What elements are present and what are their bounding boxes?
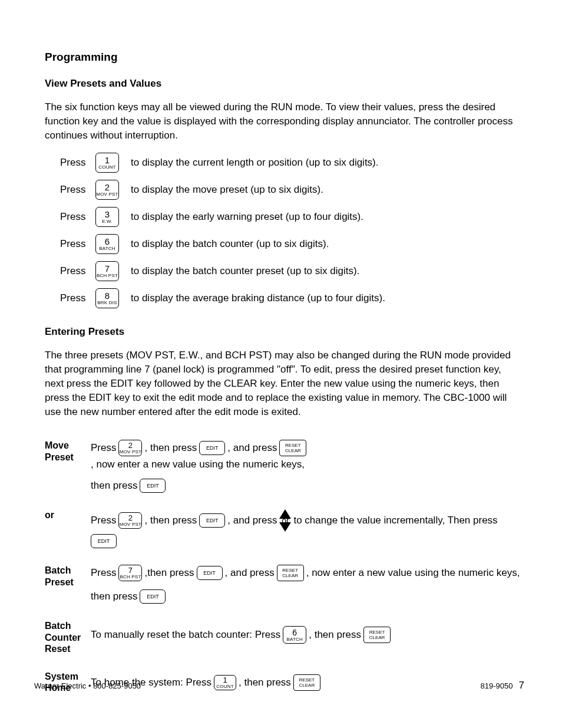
- batch-preset-row: Batch Preset Press 7BCH PST ,then press …: [45, 565, 521, 604]
- list-item: Press 2MOV PST to display the move prese…: [45, 180, 521, 200]
- or-label: or: [45, 509, 91, 548]
- key-6-batch: 6BATCH: [95, 234, 119, 254]
- list-item: Press 6BATCH to display the batch counte…: [45, 234, 521, 254]
- text: To manually reset the batch counter: Pre…: [91, 629, 280, 641]
- key-2-movpst: 2MOV PST: [95, 180, 119, 200]
- key-7-bchpst: 7BCH PST: [118, 565, 142, 581]
- text: , and press: [225, 567, 275, 579]
- footer-company: Warner Electric • 800-825-9050: [34, 681, 141, 690]
- footer-docnum: 819-9050: [481, 681, 513, 690]
- key-reset-clear: RESETCLEAR: [279, 440, 306, 456]
- text: , now enter a new value using the numeri…: [91, 459, 305, 470]
- key-edit: EDIT: [199, 441, 225, 455]
- key-reset-clear: RESETCLEAR: [363, 627, 391, 643]
- down-arrow-icon: [279, 522, 291, 532]
- press-label: Press: [60, 292, 95, 304]
- text: , then press: [144, 442, 197, 454]
- text: , and press: [227, 442, 277, 454]
- programming-heading: Programming: [45, 51, 521, 64]
- key-7-bchpst: 7BCH PST: [95, 261, 119, 281]
- key-reset-clear: RESETCLEAR: [277, 565, 304, 581]
- text: Press: [91, 442, 116, 454]
- key-desc: to display the batch counter (up to six …: [131, 238, 329, 250]
- key-edit: EDIT: [91, 534, 117, 548]
- text: ,then press: [144, 567, 194, 579]
- key-edit: EDIT: [199, 513, 225, 528]
- key-desc: to display the batch counter preset (up …: [131, 265, 359, 277]
- text: Press: [91, 567, 116, 579]
- press-label: Press: [60, 211, 95, 223]
- key-2-movpst: 2MOV PST: [118, 440, 142, 456]
- text: Press: [91, 515, 116, 526]
- entering-presets-heading: Entering Presets: [45, 326, 521, 338]
- key-1-count: 1COUNT: [95, 153, 119, 173]
- view-presets-para: The six function keys may all be viewed …: [45, 100, 521, 142]
- function-key-list: Press 1COUNT to display the current leng…: [45, 153, 521, 308]
- or-row: or Press 2MOV PST , then press EDIT , an…: [45, 509, 521, 548]
- text: , then press: [144, 515, 197, 526]
- list-item: Press 3E.W. to display the early warning…: [45, 207, 521, 227]
- text: , then press: [309, 629, 361, 641]
- key-desc: to display the average braking distance …: [131, 292, 385, 304]
- move-preset-row: Move Preset Press 2MOV PST , then press …: [45, 440, 521, 493]
- page-footer: Warner Electric • 800-825-9050 819-9050 …: [34, 680, 524, 691]
- text: then press: [91, 591, 137, 602]
- press-label: Press: [60, 157, 95, 169]
- list-item: Press 8BRK DIS to display the average br…: [45, 288, 521, 308]
- key-desc: to display the early warning preset (up …: [131, 211, 363, 223]
- key-desc: to display the move preset (up to six di…: [131, 184, 323, 196]
- batch-counter-reset-row: Batch Counter Reset To manually reset th…: [45, 620, 521, 654]
- key-edit: EDIT: [140, 479, 166, 493]
- key-desc: to display the current length or positio…: [131, 157, 379, 169]
- press-label: Press: [60, 238, 95, 250]
- text: , now enter a new value using the numeri…: [306, 567, 520, 579]
- footer-page-number: 7: [519, 680, 524, 691]
- text: to change the value incrementally, Then …: [293, 515, 497, 526]
- move-preset-label: Move Preset: [45, 440, 91, 493]
- key-8-brkdis: 8BRK DIS: [95, 288, 119, 308]
- press-label: Press: [60, 184, 95, 196]
- key-3-ew: 3E.W.: [95, 207, 119, 227]
- batch-counter-reset-label: Batch Counter Reset: [45, 620, 91, 654]
- entering-presets-para: The three presets (MOV PST, E.W., and BC…: [45, 348, 521, 419]
- list-item: Press 7BCH PST to display the batch coun…: [45, 261, 521, 281]
- up-down-arrows-icon: or: [279, 509, 291, 532]
- view-presets-heading: View Presets and Values: [45, 78, 521, 90]
- key-edit: EDIT: [197, 566, 223, 580]
- batch-preset-label: Batch Preset: [45, 565, 91, 604]
- press-label: Press: [60, 265, 95, 277]
- key-6-batch: 6BATCH: [283, 626, 306, 644]
- key-edit: EDIT: [140, 589, 166, 604]
- list-item: Press 1COUNT to display the current leng…: [45, 153, 521, 173]
- text: , and press: [227, 515, 277, 526]
- text: then press: [91, 480, 137, 492]
- key-2-movpst: 2MOV PST: [118, 512, 142, 529]
